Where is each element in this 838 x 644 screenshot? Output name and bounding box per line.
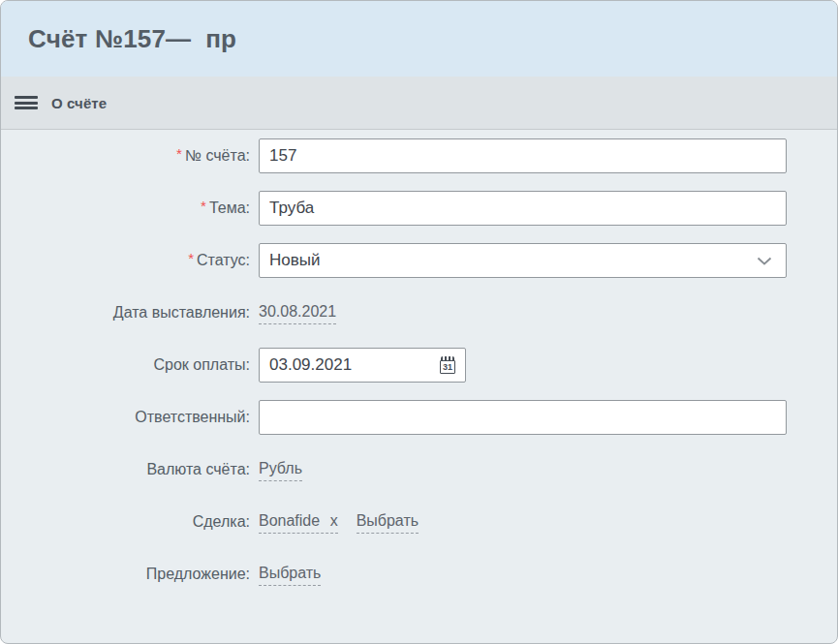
field-control-cell — [259, 400, 787, 435]
required-marker: * — [176, 145, 182, 162]
field-label-cell: Ответственный: — [1, 409, 250, 426]
tab-about-invoice[interactable]: О счёте — [51, 95, 107, 111]
due-date-field: 31 — [259, 348, 466, 383]
calendar-day-number: 31 — [440, 360, 455, 374]
invoice-card: Счёт №157— пр О счёте *№ счёта: *Тема: — [0, 0, 838, 644]
field-control-cell — [259, 191, 787, 226]
form-row-subject: *Тема: — [1, 191, 837, 226]
field-label: Статус: — [197, 252, 250, 268]
field-label-cell: *Тема: — [1, 199, 250, 217]
field-label: Срок оплаты: — [153, 356, 250, 373]
currency-link[interactable]: Рубль — [259, 459, 302, 481]
field-label-cell: Сделка: — [1, 513, 250, 531]
responsible-input[interactable] — [259, 400, 787, 435]
form-row-invoice-number: *№ счёта: — [1, 138, 837, 173]
toolbar: О счёте — [1, 77, 837, 130]
field-label-cell: Дата выставления: — [1, 304, 250, 322]
form-row-status: *Статус: Новый — [1, 243, 837, 278]
field-control-cell: Выбрать — [259, 564, 321, 586]
deal-linked-item: Bonafide x — [259, 511, 338, 534]
field-control-cell: Новый — [259, 243, 787, 278]
status-select-value: Новый — [269, 251, 320, 270]
field-label-cell: *№ счёта: — [1, 147, 250, 165]
subject-input[interactable] — [259, 191, 787, 226]
required-marker: * — [188, 250, 194, 266]
field-control-cell: Рубль — [259, 459, 302, 481]
form-row-due-date: Срок оплаты: 31 — [1, 348, 837, 383]
deal-select-link[interactable]: Выбрать — [357, 511, 419, 534]
field-label: № счёта: — [185, 147, 250, 164]
form-row-currency: Валюта счёта: Рубль — [1, 452, 837, 487]
form-row-issue-date: Дата выставления: 30.08.2021 — [1, 295, 837, 330]
deal-link[interactable]: Bonafide — [259, 512, 320, 529]
hamburger-menu-icon[interactable] — [15, 94, 38, 112]
field-control-cell — [259, 138, 787, 173]
field-label: Дата выставления: — [113, 304, 250, 321]
form-row-offer: Предложение: Выбрать — [1, 557, 837, 592]
field-label-cell: *Статус: — [1, 252, 250, 269]
deal-remove-button[interactable]: x — [330, 512, 338, 529]
field-label: Ответственный: — [135, 409, 250, 425]
calendar-icon[interactable]: 31 — [440, 356, 455, 374]
field-label-cell: Предложение: — [1, 566, 250, 583]
issue-date-link[interactable]: 30.08.2021 — [259, 302, 336, 324]
required-marker: * — [201, 198, 206, 214]
form-row-responsible: Ответственный: — [1, 400, 837, 435]
invoice-form: *№ счёта: *Тема: *Статус: Новый — [1, 130, 837, 592]
field-control-cell: Bonafide x Выбрать — [259, 511, 419, 534]
page-title: Счёт №157— пр — [28, 24, 236, 54]
due-date-input[interactable] — [259, 348, 466, 383]
field-label: Тема: — [209, 199, 250, 216]
field-label-cell: Валюта счёта: — [1, 461, 250, 478]
invoice-number-input[interactable] — [259, 138, 787, 173]
field-label-cell: Срок оплаты: — [1, 356, 250, 374]
header: Счёт №157— пр — [1, 1, 837, 77]
field-control-cell: 30.08.2021 — [259, 302, 336, 324]
offer-select-link[interactable]: Выбрать — [259, 564, 321, 586]
field-label: Сделка: — [193, 513, 250, 530]
field-label: Валюта счёта: — [146, 461, 250, 477]
status-select[interactable]: Новый — [259, 243, 787, 278]
chevron-down-icon — [757, 257, 772, 265]
field-control-cell: 31 — [259, 348, 466, 383]
form-row-deal: Сделка: Bonafide x Выбрать — [1, 505, 837, 539]
field-label: Предложение: — [146, 566, 250, 582]
